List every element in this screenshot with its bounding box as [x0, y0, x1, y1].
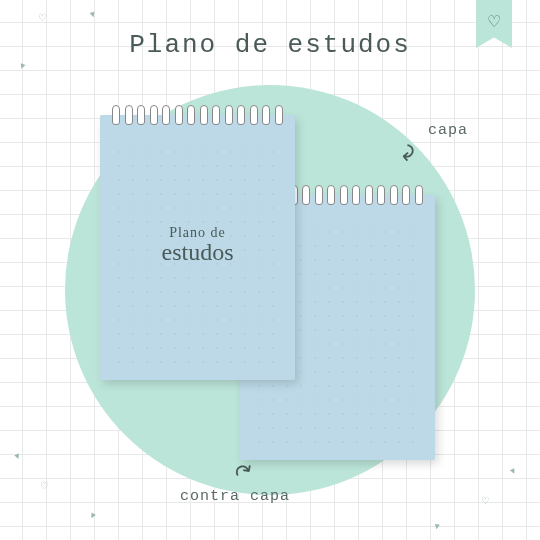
page-title: Plano de estudos: [0, 30, 540, 60]
confetti-heart: ♡: [38, 12, 47, 23]
cover-line2: estudos: [162, 239, 234, 266]
label-contra-capa: contra capa: [180, 488, 290, 505]
arrow-icon: ↶: [392, 143, 419, 163]
confetti-heart: ♡: [40, 480, 49, 491]
confetti-heart: ♡: [481, 495, 490, 506]
cover-title: Plano de estudos: [162, 225, 234, 266]
label-capa: capa: [428, 122, 468, 139]
notebook-front-cover: Plano de estudos: [100, 115, 295, 380]
spiral-binding: [110, 105, 285, 129]
